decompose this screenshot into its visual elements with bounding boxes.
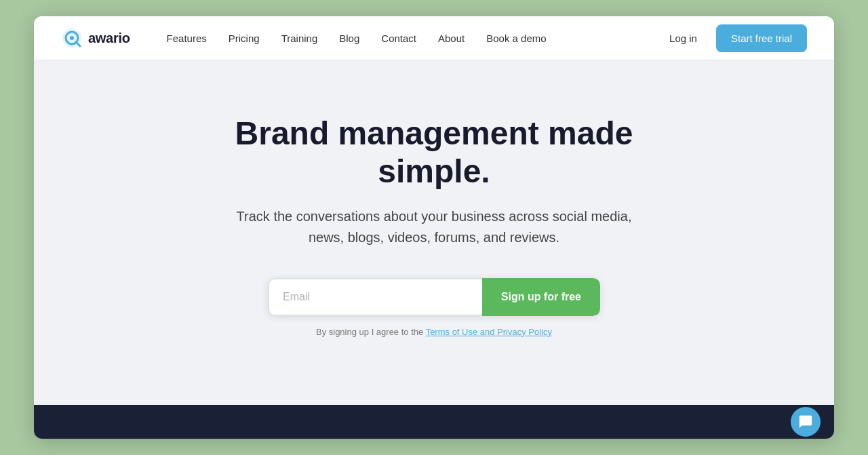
logo[interactable]: awario bbox=[61, 27, 130, 49]
nav-item-features[interactable]: Features bbox=[157, 27, 216, 50]
logo-text: awario bbox=[88, 31, 130, 46]
nav-item-about[interactable]: About bbox=[429, 27, 474, 50]
nav-actions: Log in Start free trial bbox=[661, 24, 807, 52]
nav-links: Features Pricing Training Blog Contact A… bbox=[157, 27, 662, 50]
svg-point-2 bbox=[70, 36, 74, 40]
hero-title: Brand management made simple. bbox=[197, 115, 671, 189]
nav-item-contact[interactable]: Contact bbox=[372, 27, 426, 50]
login-link[interactable]: Log in bbox=[661, 27, 705, 50]
nav-item-blog[interactable]: Blog bbox=[330, 27, 369, 50]
terms-text: By signing up I agree to the Terms of Us… bbox=[316, 327, 552, 337]
navbar: awario Features Pricing Training Blog Co… bbox=[34, 16, 834, 60]
footer-bar bbox=[34, 405, 834, 439]
signup-form: Sign up for free bbox=[268, 278, 600, 316]
signup-button[interactable]: Sign up for free bbox=[482, 278, 600, 316]
browser-window: awario Features Pricing Training Blog Co… bbox=[34, 16, 834, 438]
email-input[interactable] bbox=[268, 278, 482, 316]
chat-button[interactable] bbox=[791, 407, 821, 437]
nav-item-training[interactable]: Training bbox=[272, 27, 328, 50]
nav-item-book-demo[interactable]: Book a demo bbox=[477, 27, 555, 50]
hero-subtitle: Track the conversations about your busin… bbox=[224, 206, 644, 248]
terms-link[interactable]: Terms of Use and Privacy Policy bbox=[426, 327, 552, 337]
chat-icon bbox=[798, 414, 813, 429]
hero-section: Brand management made simple. Track the … bbox=[34, 60, 834, 404]
awario-logo-icon bbox=[61, 27, 83, 49]
start-trial-button[interactable]: Start free trial bbox=[716, 24, 807, 52]
nav-item-pricing[interactable]: Pricing bbox=[219, 27, 269, 50]
